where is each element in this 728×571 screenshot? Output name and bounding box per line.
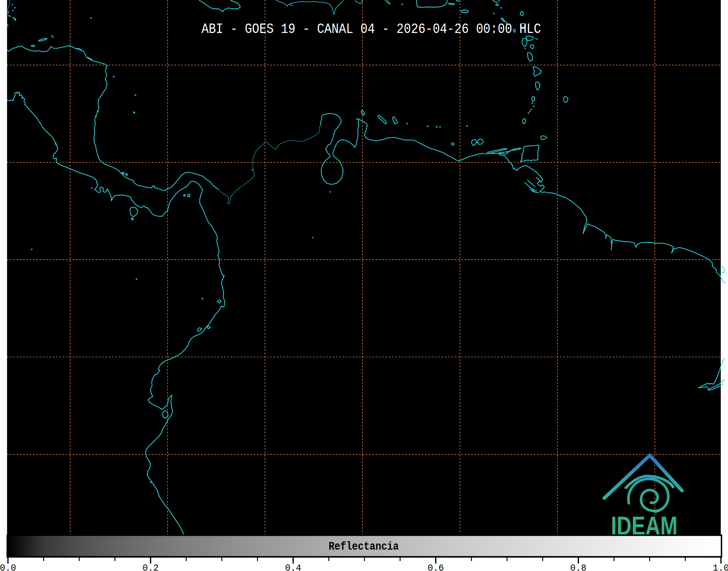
svg-text:0.2: 0.2 bbox=[142, 563, 159, 571]
svg-text:1.0: 1.0 bbox=[713, 563, 728, 571]
svg-text:Reflectancia: Reflectancia bbox=[329, 540, 399, 553]
svg-text:0.6: 0.6 bbox=[428, 563, 444, 571]
svg-text:0.4: 0.4 bbox=[285, 563, 301, 571]
svg-text:0.8: 0.8 bbox=[570, 563, 586, 571]
svg-text:ABI - GOES 19 - CANAL 04 - 202: ABI - GOES 19 - CANAL 04 - 2026-04-26 00… bbox=[202, 21, 541, 37]
svg-text:0.0: 0.0 bbox=[0, 563, 16, 571]
